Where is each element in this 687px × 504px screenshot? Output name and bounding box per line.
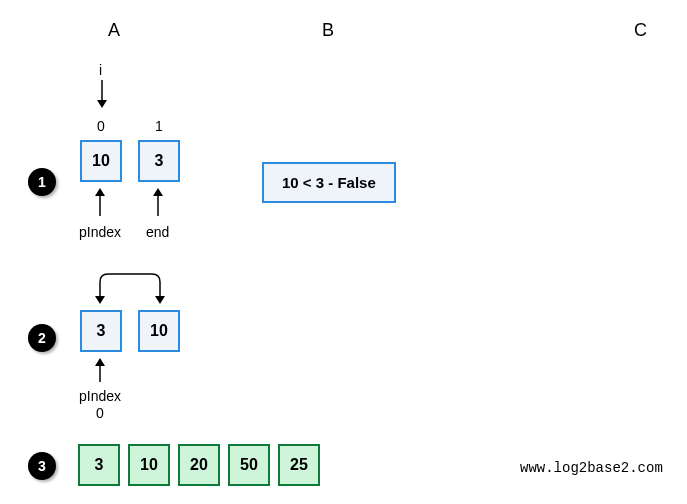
step1-cell-1: 3 (138, 140, 180, 182)
pindex-label-2: pIndex (79, 388, 121, 404)
svg-marker-9 (95, 358, 105, 366)
arrow-down-icon (96, 80, 108, 110)
step-badge-2: 2 (28, 324, 56, 352)
step2-cell-0: 3 (80, 310, 122, 352)
step3-cell-2: 20 (178, 444, 220, 486)
step-badge-1: 1 (28, 168, 56, 196)
arrow-up-icon (94, 188, 106, 218)
condition-box: 10 < 3 - False (262, 162, 396, 203)
svg-marker-6 (95, 296, 105, 304)
step-badge-3: 3 (28, 452, 56, 480)
pindex-label-1: pIndex (79, 224, 121, 240)
svg-marker-7 (155, 296, 165, 304)
watermark: www.log2base2.com (520, 460, 663, 476)
step2-cell-1: 10 (138, 310, 180, 352)
arrow-up-icon (94, 358, 106, 384)
pindex-value-2: 0 (96, 405, 104, 421)
col-c-label: C (634, 20, 647, 41)
col-a-label: A (108, 20, 120, 41)
svg-marker-5 (153, 188, 163, 196)
step3-cell-4: 25 (278, 444, 320, 486)
svg-marker-1 (97, 100, 107, 108)
step3-cell-0: 3 (78, 444, 120, 486)
step1-cell-0: 10 (80, 140, 122, 182)
svg-marker-3 (95, 188, 105, 196)
arrow-up-icon (152, 188, 164, 218)
step3-cell-1: 10 (128, 444, 170, 486)
i-label: i (99, 62, 102, 78)
step3-cell-3: 50 (228, 444, 270, 486)
col-b-label: B (322, 20, 334, 41)
index-0-label: 0 (97, 118, 105, 134)
index-1-label: 1 (155, 118, 163, 134)
swap-arc-icon (86, 270, 174, 306)
end-label: end (146, 224, 169, 240)
